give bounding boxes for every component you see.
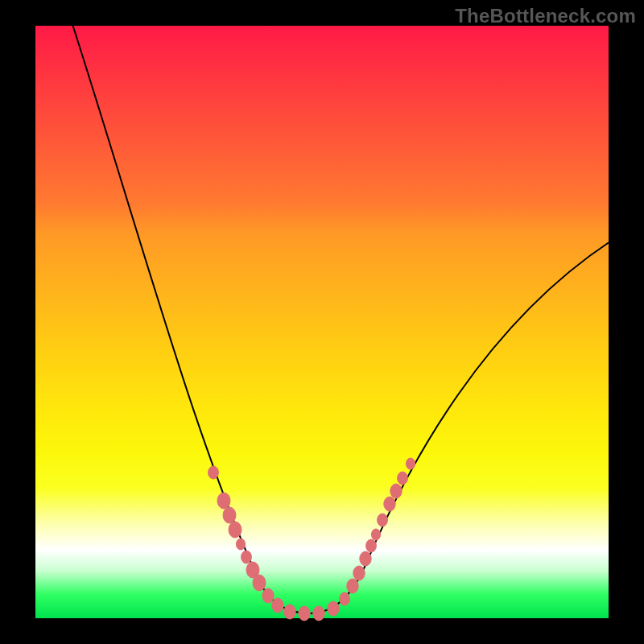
- bead: [353, 566, 365, 580]
- right-curve: [309, 242, 610, 613]
- bead: [360, 551, 371, 566]
- bead: [236, 539, 245, 550]
- bead: [378, 514, 388, 526]
- bead: [272, 598, 283, 613]
- bead: [406, 458, 415, 469]
- bead: [328, 601, 339, 616]
- bead: [313, 606, 324, 621]
- bead: [217, 493, 230, 509]
- bead: [223, 507, 236, 523]
- plot-area: [35, 26, 609, 618]
- curve-layer: [35, 26, 609, 618]
- bead: [262, 588, 274, 603]
- bead: [371, 529, 380, 540]
- bead: [284, 605, 295, 619]
- bead: [340, 592, 350, 605]
- bead: [390, 484, 402, 498]
- bead: [347, 579, 358, 593]
- chart-stage: TheBottleneck.com: [0, 0, 644, 644]
- bead: [366, 539, 377, 552]
- bead: [398, 472, 408, 485]
- bead: [253, 575, 266, 591]
- beads-right: [328, 458, 415, 616]
- bead: [229, 522, 242, 538]
- beads-left: [208, 466, 325, 621]
- bead: [299, 606, 310, 621]
- bead: [208, 466, 219, 479]
- bead: [242, 551, 252, 564]
- watermark-text: TheBottleneck.com: [455, 5, 636, 27]
- bead: [384, 497, 395, 511]
- left-curve: [72, 22, 309, 613]
